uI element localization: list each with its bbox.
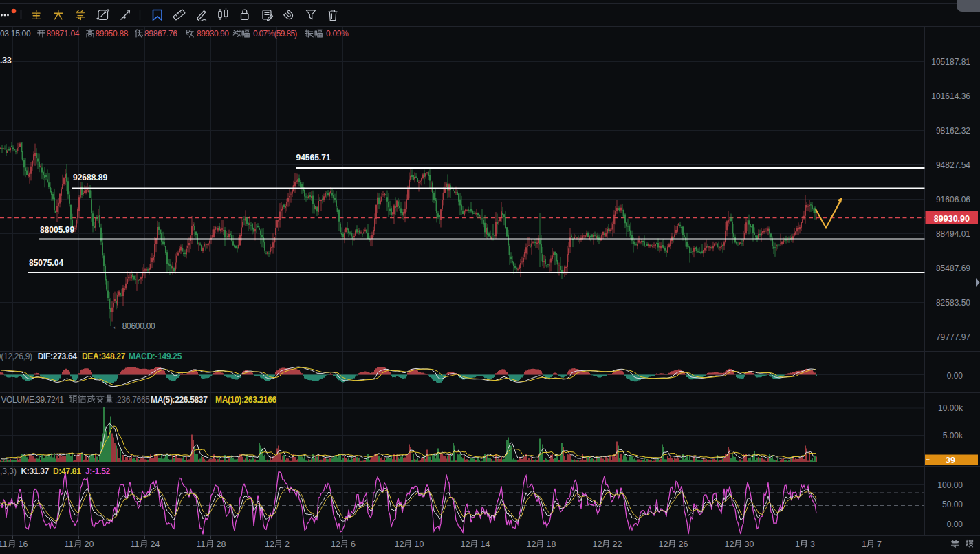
svg-text:94565.71: 94565.71 <box>296 153 331 162</box>
svg-text:K:31.37: K:31.37 <box>21 467 50 476</box>
svg-text:10.00k: 10.00k <box>938 403 963 413</box>
svg-text:12: 12 <box>593 540 602 549</box>
svg-text:88005.99: 88005.99 <box>40 225 74 235</box>
svg-text:89950.88: 89950.88 <box>96 29 129 39</box>
svg-text:91606.06: 91606.06 <box>936 195 970 204</box>
svg-text:5.00k: 5.00k <box>943 431 963 440</box>
svg-text:0.07%(59.85): 0.07%(59.85) <box>253 29 297 39</box>
svg-text:100.00: 100.00 <box>937 480 963 490</box>
svg-text:0.00: 0.00 <box>947 520 963 529</box>
svg-text:.33: .33 <box>0 56 12 65</box>
svg-text:7: 7 <box>877 540 882 549</box>
svg-text:89867.76: 89867.76 <box>144 29 177 39</box>
svg-text::236.7665: :236.7665 <box>115 395 150 405</box>
svg-text:2: 2 <box>285 540 290 549</box>
svg-text:← 80600.00: ← 80600.00 <box>112 321 155 331</box>
svg-text:94827.54: 94827.54 <box>936 160 970 170</box>
svg-text:1: 1 <box>862 540 867 549</box>
svg-text:98162.32: 98162.32 <box>936 126 970 136</box>
svg-text:11: 11 <box>0 540 8 549</box>
svg-text:0.00: 0.00 <box>947 371 963 381</box>
svg-text:12: 12 <box>659 540 668 549</box>
svg-text:11: 11 <box>65 540 74 549</box>
svg-text:24: 24 <box>151 540 160 549</box>
svg-text:DIF:273.64: DIF:273.64 <box>38 352 78 361</box>
svg-text:MACD:-149.25: MACD:-149.25 <box>129 352 182 361</box>
svg-text:89930.90: 89930.90 <box>934 214 970 224</box>
svg-text:82583.50: 82583.50 <box>936 298 970 308</box>
svg-text:6: 6 <box>351 540 356 549</box>
svg-text:12: 12 <box>395 540 404 549</box>
svg-text:3: 3 <box>810 540 815 549</box>
svg-text:39: 39 <box>946 456 955 465</box>
svg-text:0.09%: 0.09% <box>326 29 349 39</box>
svg-text:VOLUME:39.7241: VOLUME:39.7241 <box>1 395 65 405</box>
svg-text:105187.81: 105187.81 <box>931 57 970 67</box>
svg-text:11: 11 <box>197 540 206 549</box>
svg-text:79777.97: 79777.97 <box>936 332 970 342</box>
svg-text:1: 1 <box>795 540 800 549</box>
svg-text:11: 11 <box>131 540 140 549</box>
svg-text:85487.69: 85487.69 <box>936 264 970 273</box>
svg-text:12: 12 <box>461 540 470 549</box>
svg-text:20: 20 <box>85 540 94 549</box>
svg-text:12: 12 <box>527 540 536 549</box>
svg-text:88494.01: 88494.01 <box>936 229 970 239</box>
svg-text:J:-1.52: J:-1.52 <box>85 467 111 476</box>
svg-text:MA(5):226.5837: MA(5):226.5837 <box>151 395 208 405</box>
svg-text:16: 16 <box>19 540 28 549</box>
svg-text:50.00: 50.00 <box>942 500 963 509</box>
svg-text:D(12,26,9): D(12,26,9) <box>0 352 32 361</box>
svg-text:18: 18 <box>547 540 556 549</box>
svg-text:85075.04: 85075.04 <box>29 258 63 268</box>
svg-text:28: 28 <box>217 540 226 549</box>
svg-text:03 15:00: 03 15:00 <box>0 29 31 39</box>
svg-text:DEA:348.27: DEA:348.27 <box>82 352 126 361</box>
svg-text:14: 14 <box>481 540 490 549</box>
svg-text:12: 12 <box>725 540 734 549</box>
svg-text:22: 22 <box>613 540 622 549</box>
svg-text:MA(10):263.2166: MA(10):263.2166 <box>215 395 276 405</box>
svg-text:10: 10 <box>415 540 424 549</box>
svg-text:30: 30 <box>745 540 754 549</box>
svg-text:12: 12 <box>265 540 274 549</box>
svg-text:26: 26 <box>679 540 688 549</box>
svg-text:89871.04: 89871.04 <box>47 29 80 39</box>
svg-text:92688.89: 92688.89 <box>73 173 107 182</box>
svg-text:101614.36: 101614.36 <box>931 92 970 101</box>
svg-text:89930.90: 89930.90 <box>197 29 229 39</box>
svg-text:12: 12 <box>331 540 340 549</box>
svg-text:D:47.81: D:47.81 <box>53 467 81 476</box>
svg-text:,3,3): ,3,3) <box>0 467 17 476</box>
